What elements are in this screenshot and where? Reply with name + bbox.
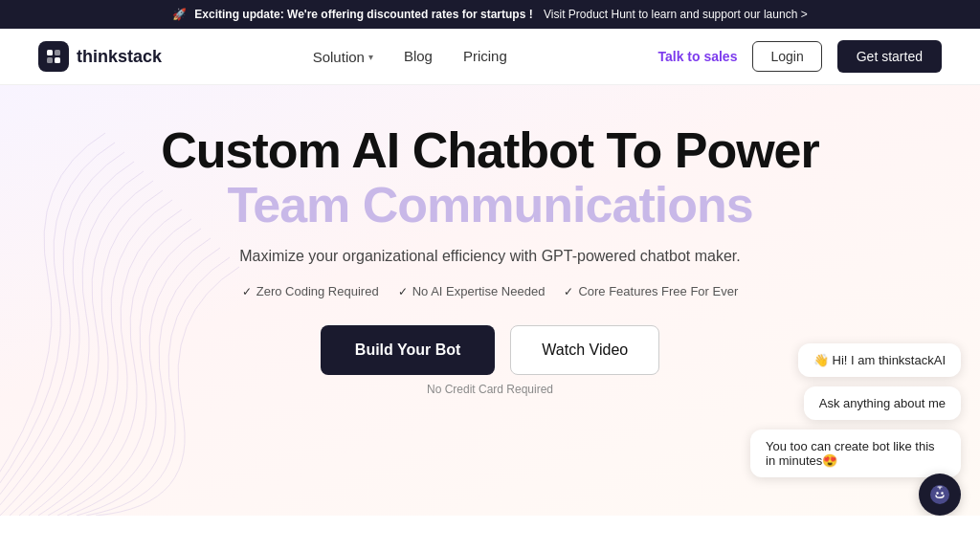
bot-avatar[interactable] (919, 474, 961, 516)
watch-video-button[interactable]: Watch Video (510, 325, 659, 375)
feature-no-expertise: ✓ No AI Expertise Needed (398, 284, 546, 298)
feature-no-coding: ✓ Zero Coding Required (242, 284, 379, 298)
logo-text: thinkstack (77, 47, 162, 67)
check-icon: ✓ (242, 285, 252, 298)
hero-features: ✓ Zero Coding Required ✓ No AI Expertise… (161, 284, 819, 298)
feature-label-3: Core Features Free For Ever (578, 284, 738, 298)
feature-label-2: No AI Expertise Needed (412, 284, 546, 298)
hero-content: Custom AI Chatbot To Power Team Communic… (161, 123, 819, 396)
banner-bold-text: Exciting update: We're offering discount… (194, 8, 532, 21)
build-bot-button[interactable]: Build Your Bot (321, 325, 496, 375)
check-icon: ✓ (398, 285, 408, 298)
hero-description: Maximize your organizational efficiency … (161, 248, 819, 265)
hero-buttons: Build Your Bot Watch Video (161, 325, 819, 375)
logo: thinkstack (38, 41, 162, 72)
hero-section: Custom AI Chatbot To Power Team Communic… (0, 85, 980, 516)
login-button[interactable]: Login (752, 41, 821, 72)
no-credit-text: No Credit Card Required (161, 383, 819, 396)
check-icon: ✓ (564, 285, 573, 298)
chat-bubble-2: Ask anything about me (804, 386, 961, 420)
svg-point-6 (941, 492, 943, 494)
get-started-button[interactable]: Get started (837, 40, 942, 73)
main-nav: thinkstack Solution ▾ Blog Pricing Talk … (0, 29, 980, 85)
chevron-down-icon: ▾ (368, 52, 373, 62)
rocket-emoji: 🚀 (172, 8, 187, 21)
svg-point-5 (936, 492, 938, 494)
chat-bubble-3: You too can create bot like this in minu… (750, 430, 961, 477)
nav-right: Talk to sales Login Get started (657, 40, 942, 73)
banner-link[interactable]: Visit Product Hunt to learn and support … (544, 8, 808, 21)
svg-rect-2 (47, 57, 53, 63)
chat-bubble-1: 👋 Hi! I am thinkstackAI (798, 343, 961, 377)
nav-item-blog[interactable]: Blog (404, 48, 433, 65)
logo-icon (38, 41, 69, 72)
announcement-banner: 🚀 Exciting update: We're offering discou… (0, 0, 980, 29)
chat-bubbles: 👋 Hi! I am thinkstackAI Ask anything abo… (750, 343, 961, 477)
bot-icon (928, 483, 951, 506)
nav-item-pricing[interactable]: Pricing (463, 48, 507, 65)
feature-free-forever: ✓ Core Features Free For Ever (564, 284, 738, 298)
nav-links: Solution ▾ Blog Pricing (313, 48, 507, 65)
nav-item-solution[interactable]: Solution ▾ (313, 49, 373, 65)
svg-rect-1 (55, 50, 60, 55)
hero-title-sub: Team Communications (161, 178, 819, 232)
talk-to-sales-link[interactable]: Talk to sales (657, 49, 737, 64)
svg-rect-3 (55, 57, 60, 63)
hero-title-main: Custom AI Chatbot To Power (161, 123, 819, 178)
feature-label-1: Zero Coding Required (256, 284, 379, 298)
svg-rect-0 (47, 50, 53, 55)
